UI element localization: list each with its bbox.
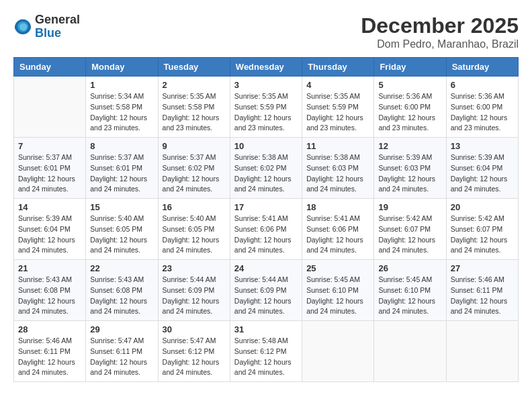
calendar-cell: 10Sunrise: 5:38 AM Sunset: 6:02 PM Dayli…	[230, 138, 302, 199]
calendar-cell: 31Sunrise: 5:48 AM Sunset: 6:12 PM Dayli…	[230, 321, 302, 382]
calendar-cell: 24Sunrise: 5:44 AM Sunset: 6:09 PM Dayli…	[230, 260, 302, 321]
day-info: Sunrise: 5:47 AM Sunset: 6:12 PM Dayligh…	[163, 336, 226, 378]
day-header-wednesday: Wednesday	[230, 58, 302, 77]
calendar-cell	[14, 77, 86, 138]
logo-text: General Blue	[35, 13, 80, 40]
day-number: 25	[306, 263, 369, 273]
day-number: 4	[306, 80, 369, 90]
calendar-cell	[446, 321, 518, 382]
day-number: 21	[18, 263, 81, 273]
day-info: Sunrise: 5:36 AM Sunset: 6:00 PM Dayligh…	[378, 91, 441, 134]
location-title: Dom Pedro, Maranhao, Brazil	[361, 38, 519, 50]
day-number: 28	[18, 324, 81, 334]
month-title: December 2025	[361, 13, 519, 38]
week-row-5: 28Sunrise: 5:46 AM Sunset: 6:11 PM Dayli…	[14, 321, 519, 382]
week-row-2: 7Sunrise: 5:37 AM Sunset: 6:01 PM Daylig…	[14, 138, 519, 199]
day-number: 27	[451, 263, 514, 273]
day-info: Sunrise: 5:48 AM Sunset: 6:12 PM Dayligh…	[234, 336, 298, 378]
calendar-cell: 16Sunrise: 5:40 AM Sunset: 6:05 PM Dayli…	[158, 199, 230, 260]
day-info: Sunrise: 5:37 AM Sunset: 6:01 PM Dayligh…	[90, 152, 153, 195]
calendar-cell	[302, 321, 374, 382]
day-info: Sunrise: 5:41 AM Sunset: 6:06 PM Dayligh…	[234, 214, 298, 256]
day-info: Sunrise: 5:42 AM Sunset: 6:07 PM Dayligh…	[451, 214, 514, 256]
calendar-cell: 25Sunrise: 5:45 AM Sunset: 6:10 PM Dayli…	[302, 260, 374, 321]
day-header-tuesday: Tuesday	[158, 58, 230, 77]
day-number: 24	[234, 263, 298, 273]
week-row-3: 14Sunrise: 5:39 AM Sunset: 6:04 PM Dayli…	[14, 199, 519, 260]
days-header-row: SundayMondayTuesdayWednesdayThursdayFrid…	[14, 58, 519, 77]
day-number: 5	[378, 80, 441, 90]
week-row-4: 21Sunrise: 5:43 AM Sunset: 6:08 PM Dayli…	[14, 260, 519, 321]
calendar-cell: 29Sunrise: 5:47 AM Sunset: 6:11 PM Dayli…	[86, 321, 158, 382]
day-info: Sunrise: 5:35 AM Sunset: 5:58 PM Dayligh…	[163, 91, 226, 134]
calendar-cell: 7Sunrise: 5:37 AM Sunset: 6:01 PM Daylig…	[14, 138, 86, 199]
day-info: Sunrise: 5:44 AM Sunset: 6:09 PM Dayligh…	[234, 275, 298, 317]
day-info: Sunrise: 5:35 AM Sunset: 5:59 PM Dayligh…	[306, 91, 369, 134]
day-info: Sunrise: 5:36 AM Sunset: 6:00 PM Dayligh…	[451, 91, 514, 134]
day-number: 16	[163, 202, 226, 212]
day-info: Sunrise: 5:35 AM Sunset: 5:59 PM Dayligh…	[234, 91, 298, 134]
day-number: 7	[18, 141, 81, 151]
day-number: 10	[234, 141, 298, 151]
day-number: 13	[451, 141, 514, 151]
day-info: Sunrise: 5:37 AM Sunset: 6:02 PM Dayligh…	[163, 152, 226, 195]
calendar-cell: 14Sunrise: 5:39 AM Sunset: 6:04 PM Dayli…	[14, 199, 86, 260]
day-info: Sunrise: 5:41 AM Sunset: 6:06 PM Dayligh…	[306, 214, 369, 256]
day-info: Sunrise: 5:40 AM Sunset: 6:05 PM Dayligh…	[90, 214, 153, 256]
day-number: 12	[378, 141, 441, 151]
day-info: Sunrise: 5:46 AM Sunset: 6:11 PM Dayligh…	[451, 275, 514, 317]
calendar-cell: 5Sunrise: 5:36 AM Sunset: 6:00 PM Daylig…	[374, 77, 446, 138]
calendar-cell: 18Sunrise: 5:41 AM Sunset: 6:06 PM Dayli…	[302, 199, 374, 260]
calendar-cell: 19Sunrise: 5:42 AM Sunset: 6:07 PM Dayli…	[374, 199, 446, 260]
day-number: 18	[306, 202, 369, 212]
day-info: Sunrise: 5:38 AM Sunset: 6:03 PM Dayligh…	[306, 152, 369, 195]
calendar-cell: 26Sunrise: 5:45 AM Sunset: 6:10 PM Dayli…	[374, 260, 446, 321]
day-number: 6	[451, 80, 514, 90]
calendar-cell: 22Sunrise: 5:43 AM Sunset: 6:08 PM Dayli…	[86, 260, 158, 321]
day-info: Sunrise: 5:34 AM Sunset: 5:58 PM Dayligh…	[90, 91, 153, 134]
day-info: Sunrise: 5:43 AM Sunset: 6:08 PM Dayligh…	[18, 275, 81, 317]
logo: General Blue	[13, 13, 80, 40]
day-info: Sunrise: 5:45 AM Sunset: 6:10 PM Dayligh…	[306, 275, 369, 317]
day-number: 3	[234, 80, 298, 90]
calendar-cell: 21Sunrise: 5:43 AM Sunset: 6:08 PM Dayli…	[14, 260, 86, 321]
day-info: Sunrise: 5:38 AM Sunset: 6:02 PM Dayligh…	[234, 152, 298, 195]
day-header-sunday: Sunday	[14, 58, 86, 77]
day-number: 20	[451, 202, 514, 212]
day-info: Sunrise: 5:37 AM Sunset: 6:01 PM Dayligh…	[18, 152, 81, 195]
calendar-cell: 11Sunrise: 5:38 AM Sunset: 6:03 PM Dayli…	[302, 138, 374, 199]
calendar-table: SundayMondayTuesdayWednesdayThursdayFrid…	[13, 57, 519, 382]
calendar-cell: 13Sunrise: 5:39 AM Sunset: 6:04 PM Dayli…	[446, 138, 518, 199]
title-area: December 2025 Dom Pedro, Maranhao, Brazi…	[361, 13, 519, 50]
day-number: 8	[90, 141, 153, 151]
day-number: 29	[90, 324, 153, 334]
day-number: 1	[90, 80, 153, 90]
day-number: 23	[163, 263, 226, 273]
day-header-monday: Monday	[86, 58, 158, 77]
calendar-cell: 20Sunrise: 5:42 AM Sunset: 6:07 PM Dayli…	[446, 199, 518, 260]
calendar-cell	[374, 321, 446, 382]
day-info: Sunrise: 5:47 AM Sunset: 6:11 PM Dayligh…	[90, 336, 153, 378]
calendar-cell: 12Sunrise: 5:39 AM Sunset: 6:03 PM Dayli…	[374, 138, 446, 199]
calendar-cell: 2Sunrise: 5:35 AM Sunset: 5:58 PM Daylig…	[158, 77, 230, 138]
day-info: Sunrise: 5:45 AM Sunset: 6:10 PM Dayligh…	[378, 275, 441, 317]
day-header-thursday: Thursday	[302, 58, 374, 77]
day-number: 17	[234, 202, 298, 212]
day-number: 11	[306, 141, 369, 151]
day-info: Sunrise: 5:39 AM Sunset: 6:04 PM Dayligh…	[18, 214, 81, 256]
day-info: Sunrise: 5:46 AM Sunset: 6:11 PM Dayligh…	[18, 336, 81, 378]
day-number: 31	[234, 324, 298, 334]
day-number: 30	[163, 324, 226, 334]
day-info: Sunrise: 5:44 AM Sunset: 6:09 PM Dayligh…	[163, 275, 226, 317]
day-number: 15	[90, 202, 153, 212]
calendar-cell: 4Sunrise: 5:35 AM Sunset: 5:59 PM Daylig…	[302, 77, 374, 138]
calendar-cell: 17Sunrise: 5:41 AM Sunset: 6:06 PM Dayli…	[230, 199, 302, 260]
week-row-1: 1Sunrise: 5:34 AM Sunset: 5:58 PM Daylig…	[14, 77, 519, 138]
day-header-saturday: Saturday	[446, 58, 518, 77]
day-info: Sunrise: 5:39 AM Sunset: 6:04 PM Dayligh…	[451, 152, 514, 195]
calendar-cell: 6Sunrise: 5:36 AM Sunset: 6:00 PM Daylig…	[446, 77, 518, 138]
page-header: General Blue December 2025 Dom Pedro, Ma…	[13, 13, 519, 50]
day-info: Sunrise: 5:42 AM Sunset: 6:07 PM Dayligh…	[378, 214, 441, 256]
day-number: 26	[378, 263, 441, 273]
day-info: Sunrise: 5:43 AM Sunset: 6:08 PM Dayligh…	[90, 275, 153, 317]
